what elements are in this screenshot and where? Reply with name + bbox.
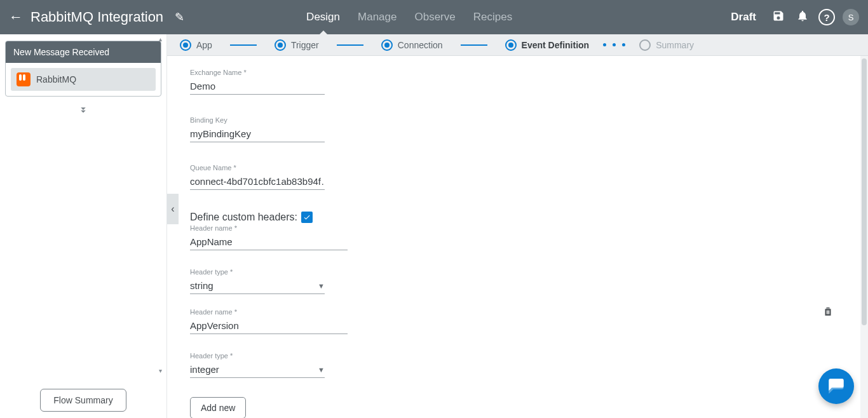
delete-header-icon[interactable]	[822, 305, 834, 320]
step-event-def-label: Event Definition	[522, 40, 590, 50]
header-name-label-1: Header name *	[190, 308, 348, 316]
header-type-field-1: Header type * integer ▼	[190, 352, 325, 378]
header-type-label-0: Header type *	[190, 268, 325, 276]
flow-summary-button[interactable]: Flow Summary	[40, 389, 126, 412]
top-tabs: Design Manage Observe Recipes	[306, 0, 512, 34]
header-type-select-1[interactable]: integer ▼	[190, 362, 325, 378]
header-name-input-1[interactable]	[190, 318, 348, 334]
notifications-icon[interactable]	[794, 10, 811, 25]
queue-name-field: Queue Name *	[190, 164, 325, 190]
exchange-name-field: Exchange Name *	[190, 69, 325, 95]
tab-recipes[interactable]: Recipes	[473, 0, 512, 34]
step-app-label: App	[196, 40, 212, 50]
save-icon[interactable]	[770, 10, 787, 25]
step-summary[interactable]: Summary	[639, 39, 694, 51]
step-connector	[461, 44, 487, 46]
header-name-field-0: Header name *	[190, 224, 348, 250]
header-type-select-0[interactable]: string ▼	[190, 278, 325, 294]
main-panel: App Trigger Connection Event Definition …	[167, 34, 868, 418]
step-summary-label: Summary	[656, 40, 694, 50]
tab-design[interactable]: Design	[306, 0, 340, 34]
help-icon[interactable]: ?	[818, 9, 835, 25]
trigger-node-title: New Message Received	[6, 41, 161, 63]
add-new-header-button[interactable]: Add new	[190, 397, 246, 418]
step-connector	[337, 44, 363, 46]
step-connector	[230, 44, 257, 46]
sidebar-scroll-up-icon[interactable]: ▴	[159, 36, 165, 42]
trigger-node-card[interactable]: New Message Received RabbitMQ	[5, 41, 161, 97]
binding-key-field: Binding Key	[190, 116, 325, 142]
back-arrow-icon[interactable]: ←	[9, 9, 23, 25]
chevron-down-icon: ▼	[318, 366, 325, 374]
expand-node-toggle-icon[interactable]	[5, 104, 161, 119]
queue-name-label: Queue Name *	[190, 164, 325, 172]
breadcrumb-title: RabbitMQ Integration	[31, 9, 163, 25]
binding-key-label: Binding Key	[190, 116, 325, 124]
binding-key-input[interactable]	[190, 126, 325, 142]
define-custom-headers-label: Define custom headers:	[190, 212, 297, 223]
collapse-sidebar-icon[interactable]: ‹	[167, 194, 179, 224]
tab-manage[interactable]: Manage	[358, 0, 397, 34]
step-trigger-label: Trigger	[291, 40, 319, 50]
sidebar-scroll-down-icon[interactable]: ▾	[159, 367, 165, 374]
step-connection[interactable]: Connection	[381, 39, 443, 51]
step-app[interactable]: App	[180, 39, 212, 51]
wizard-stepper: App Trigger Connection Event Definition …	[167, 34, 868, 56]
step-progress-dots	[603, 43, 625, 46]
define-custom-headers-row: Define custom headers:	[190, 212, 845, 223]
form-area: Exchange Name * Binding Key Queue Name *…	[167, 56, 868, 418]
header-name-field-1: Header name *	[190, 308, 348, 334]
exchange-name-label: Exchange Name *	[190, 69, 325, 76]
step-connection-label: Connection	[398, 40, 443, 50]
main-scrollbar[interactable]	[860, 56, 868, 418]
app-chip-label: RabbitMQ	[36, 74, 76, 84]
step-event-definition[interactable]: Event Definition	[505, 39, 590, 51]
user-avatar[interactable]: S	[843, 9, 859, 25]
step-trigger[interactable]: Trigger	[275, 39, 319, 51]
exchange-name-input[interactable]	[190, 79, 325, 95]
header-name-input-0[interactable]	[190, 234, 348, 250]
header-name-label-0: Header name *	[190, 224, 348, 232]
queue-name-input[interactable]	[190, 174, 325, 190]
header-type-value-0: string	[190, 280, 214, 291]
header-type-label-1: Header type *	[190, 352, 325, 360]
sidebar: ▴ New Message Received RabbitMQ ▾ Flow S…	[0, 34, 167, 418]
chevron-down-icon: ▼	[318, 282, 325, 290]
custom-headers-checkbox[interactable]	[301, 212, 313, 223]
draft-status: Draft	[731, 11, 756, 24]
header-type-field-0: Header type * string ▼	[190, 268, 325, 294]
rabbitmq-icon	[17, 72, 31, 86]
body: ▴ New Message Received RabbitMQ ▾ Flow S…	[0, 34, 868, 418]
chat-fab-icon[interactable]	[818, 368, 854, 404]
app-chip-rabbitmq[interactable]: RabbitMQ	[11, 68, 156, 91]
tab-observe[interactable]: Observe	[414, 0, 455, 34]
app-header: ← RabbitMQ Integration ✎ Design Manage O…	[0, 0, 868, 34]
header-type-value-1: integer	[190, 364, 219, 375]
edit-title-icon[interactable]: ✎	[175, 10, 184, 24]
